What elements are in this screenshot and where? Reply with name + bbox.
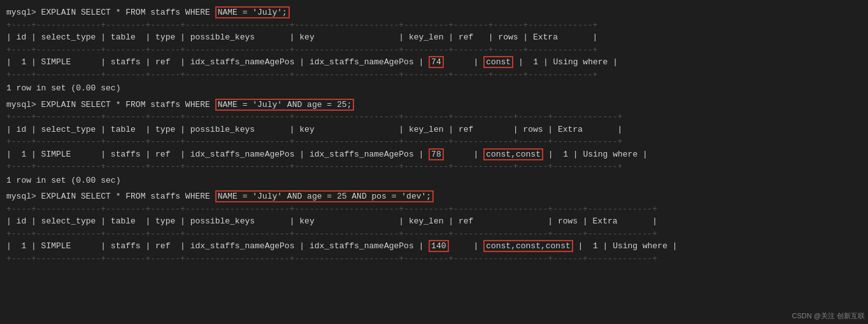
ref-highlight-3: const,const,const [483,240,573,252]
sep1-2: +----+-------------+--------+------+----… [6,111,862,123]
header-1: | id | select_type | table | type | poss… [6,31,862,44]
highlight-1: NAME = 'July'; [215,6,290,18]
highlight-2: NAME = 'July' AND age = 25; [215,99,355,111]
sep2-2: +----+-------------+--------+------+----… [6,136,862,148]
data-row-1: | 1 | SIMPLE | staffs | ref | idx_staffs… [6,56,862,69]
terminal: mysql> EXPLAIN SELECT * FROM staffs WHER… [6,6,862,265]
sep1-1: +----+-------------+--------+------+----… [6,19,862,32]
query-block-1: mysql> EXPLAIN SELECT * FROM staffs WHER… [6,6,862,95]
prompt-line-2: mysql> EXPLAIN SELECT * FROM staffs WHER… [6,99,862,111]
watermark: CSDN @关注 创新互联 [792,311,865,321]
keylen-highlight-2: 78 [429,148,444,160]
prompt-text-1: mysql> EXPLAIN SELECT * FROM staffs WHER… [6,8,215,17]
sep3-1: +----+-------------+--------+------+----… [6,69,862,81]
ref-highlight-2: const,const [483,148,543,160]
query-block-2: mysql> EXPLAIN SELECT * FROM staffs WHER… [6,99,862,187]
sep2-1: +----+-------------+--------+------+----… [6,44,862,57]
prompt-text-2: mysql> EXPLAIN SELECT * FROM staffs WHER… [6,100,215,109]
sep3-3: +----+-------------+--------+------+----… [6,253,862,265]
sep3-2: +----+-------------+--------+------+----… [6,160,862,173]
sep1-3: +----+-------------+--------+------+----… [6,203,862,216]
prompt-line-1: mysql> EXPLAIN SELECT * FROM staffs WHER… [6,6,862,19]
keylen-highlight-1: 74 [429,56,444,68]
keylen-highlight-3: 140 [429,240,448,252]
result-2: 1 row in set (0.00 sec) [6,174,862,187]
sep2-3: +----+-------------+--------+------+----… [6,228,862,241]
header-3: | id | select_type | table | type | poss… [6,215,862,228]
data-row-2: | 1 | SIMPLE | staffs | ref | idx_staffs… [6,148,862,161]
ref-highlight-1: const [483,56,513,68]
prompt-line-3: mysql> EXPLAIN SELECT * FROM staffs WHER… [6,190,862,203]
prompt-text-3: mysql> EXPLAIN SELECT * FROM staffs WHER… [6,192,215,201]
data-row-3: | 1 | SIMPLE | staffs | ref | idx_staffs… [6,240,862,253]
highlight-3: NAME = 'July' AND age = 25 AND pos = 'de… [215,190,434,202]
header-2: | id | select_type | table | type | poss… [6,123,862,136]
query-block-3: mysql> EXPLAIN SELECT * FROM staffs WHER… [6,190,862,265]
result-1: 1 row in set (0.00 sec) [6,82,862,95]
